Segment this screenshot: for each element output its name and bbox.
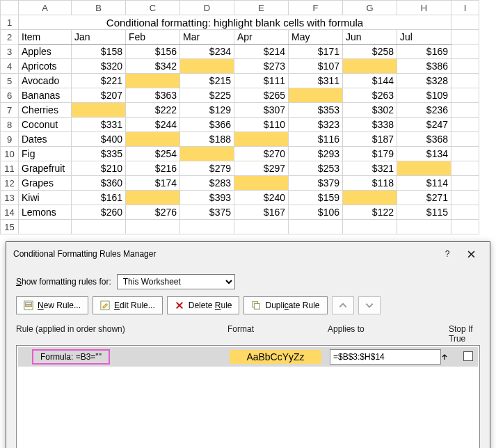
col-header[interactable]: A: [19, 1, 72, 15]
cell[interactable]: $360: [72, 176, 126, 191]
cell[interactable]: [126, 220, 180, 234]
cell[interactable]: $179: [343, 147, 397, 161]
cell[interactable]: [343, 220, 397, 234]
row-header[interactable]: 14: [1, 205, 19, 220]
col-header[interactable]: B: [72, 1, 126, 15]
spreadsheet-grid[interactable]: A B C D E F G H I 1 Conditional formatti…: [0, 0, 479, 234]
cell[interactable]: $171: [289, 45, 343, 59]
cell[interactable]: [451, 205, 479, 220]
duplicate-rule-button[interactable]: Duplicate Rule: [243, 296, 327, 314]
cell[interactable]: Bananas: [19, 88, 72, 103]
cell[interactable]: $110: [234, 118, 289, 132]
cell[interactable]: [234, 220, 289, 234]
cell[interactable]: $254: [126, 147, 180, 161]
cell[interactable]: Coconut: [19, 118, 72, 132]
cell[interactable]: $210: [72, 161, 126, 176]
cell[interactable]: $161: [72, 191, 126, 205]
sheet-title[interactable]: Conditional formatting: highlight blank …: [19, 15, 451, 30]
row-header[interactable]: 10: [1, 147, 19, 161]
row-header[interactable]: 8: [1, 118, 19, 132]
cell[interactable]: $311: [289, 74, 343, 88]
cell[interactable]: Dates: [19, 132, 72, 147]
row-header[interactable]: 1: [1, 15, 19, 30]
cell[interactable]: $379: [289, 176, 343, 191]
cell[interactable]: [451, 103, 479, 118]
help-button[interactable]: ?: [435, 246, 459, 262]
cell[interactable]: $107: [289, 59, 343, 74]
cell[interactable]: $302: [343, 103, 397, 118]
cell[interactable]: [451, 30, 479, 45]
cell[interactable]: $270: [234, 147, 289, 161]
cell[interactable]: $144: [343, 74, 397, 88]
row-header[interactable]: 3: [1, 45, 19, 59]
cell[interactable]: $111: [234, 74, 289, 88]
col-header[interactable]: I: [451, 1, 479, 15]
cell[interactable]: $279: [180, 161, 234, 176]
cell[interactable]: $307: [234, 103, 289, 118]
cell[interactable]: [180, 59, 234, 74]
cell[interactable]: $216: [126, 161, 180, 176]
cell[interactable]: [180, 147, 234, 161]
cell[interactable]: Apr: [234, 30, 289, 45]
cell[interactable]: $368: [397, 132, 451, 147]
range-picker-button[interactable]: [440, 350, 448, 364]
row-header[interactable]: 13: [1, 191, 19, 205]
cell[interactable]: Item: [19, 30, 72, 45]
cell[interactable]: $122: [343, 205, 397, 220]
col-header[interactable]: D: [180, 1, 234, 15]
cell[interactable]: [343, 191, 397, 205]
cell[interactable]: $225: [180, 88, 234, 103]
cell[interactable]: $366: [180, 118, 234, 132]
cell[interactable]: [451, 220, 479, 234]
cell[interactable]: $234: [180, 45, 234, 59]
cell[interactable]: $265: [234, 88, 289, 103]
cell[interactable]: Grapes: [19, 176, 72, 191]
cell[interactable]: Mar: [180, 30, 234, 45]
cell[interactable]: [180, 220, 234, 234]
cell[interactable]: $221: [72, 74, 126, 88]
cell[interactable]: $109: [397, 88, 451, 103]
cell[interactable]: $297: [234, 161, 289, 176]
cell[interactable]: $260: [72, 205, 126, 220]
cell[interactable]: [397, 161, 451, 176]
row-header[interactable]: 15: [1, 220, 19, 234]
col-header[interactable]: E: [234, 1, 289, 15]
row-header[interactable]: 7: [1, 103, 19, 118]
cell[interactable]: [397, 220, 451, 234]
cell[interactable]: $167: [234, 205, 289, 220]
cell[interactable]: [343, 59, 397, 74]
cell[interactable]: May: [289, 30, 343, 45]
row-header[interactable]: 5: [1, 74, 19, 88]
col-header[interactable]: G: [343, 1, 397, 15]
move-up-button[interactable]: [332, 296, 354, 314]
cell[interactable]: $400: [72, 132, 126, 147]
cell[interactable]: Fig: [19, 147, 72, 161]
cell[interactable]: $276: [126, 205, 180, 220]
cell[interactable]: [451, 74, 479, 88]
cell[interactable]: $158: [72, 45, 126, 59]
cell[interactable]: Jul: [397, 30, 451, 45]
rule-row[interactable]: Formula: =B3="" AaBbCcYyZz: [18, 347, 478, 367]
scope-select[interactable]: This Worksheet: [117, 274, 235, 289]
cell[interactable]: Lemons: [19, 205, 72, 220]
cell[interactable]: [451, 45, 479, 59]
cell[interactable]: $293: [289, 147, 343, 161]
cell[interactable]: $393: [180, 191, 234, 205]
cell[interactable]: [289, 220, 343, 234]
cell[interactable]: $247: [397, 118, 451, 132]
row-header[interactable]: 9: [1, 132, 19, 147]
cell[interactable]: $253: [289, 161, 343, 176]
cell[interactable]: $321: [343, 161, 397, 176]
cell[interactable]: [451, 118, 479, 132]
move-down-button[interactable]: [358, 296, 381, 314]
cell[interactable]: Avocado: [19, 74, 72, 88]
row-header[interactable]: 6: [1, 88, 19, 103]
cell[interactable]: [72, 103, 126, 118]
delete-rule-button[interactable]: Delete Rule: [167, 296, 240, 314]
cell[interactable]: $115: [397, 205, 451, 220]
new-rule-button[interactable]: New Rule...: [16, 296, 88, 314]
cell[interactable]: $207: [72, 88, 126, 103]
cell[interactable]: $244: [126, 118, 180, 132]
cell[interactable]: $222: [126, 103, 180, 118]
row-header[interactable]: 4: [1, 59, 19, 74]
